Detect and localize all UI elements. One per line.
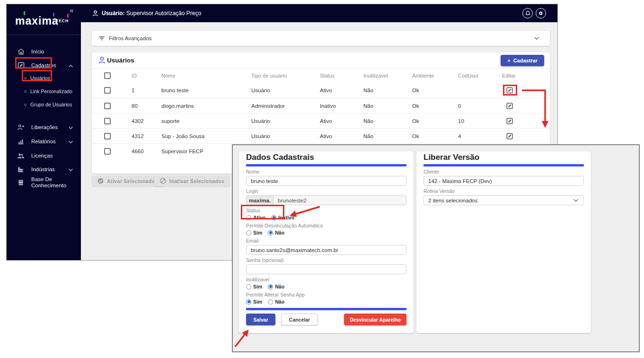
chevron-down-icon	[573, 199, 579, 202]
edit-row-icon[interactable]	[506, 103, 513, 109]
edit-row-icon[interactable]	[506, 133, 513, 140]
radio-sim[interactable]	[246, 284, 251, 289]
sidebar-item-industrias[interactable]: Indústrias	[7, 164, 81, 175]
radio-label-nao: Não	[275, 299, 284, 305]
nome-input[interactable]: bruno teste	[246, 176, 406, 186]
column-header-ambiente: Ambiente	[412, 73, 434, 79]
cell-id: 80	[132, 103, 138, 109]
radio-label-nao: Não	[275, 230, 284, 236]
inutilizavel-radio-group: SimNão	[246, 284, 406, 289]
select-all-checkbox[interactable]	[104, 72, 111, 79]
radio-ativo[interactable]	[246, 215, 251, 220]
factory-icon	[17, 166, 25, 173]
sidebar-item-label: Link Personalizado	[30, 88, 72, 94]
radio-nao[interactable]	[268, 284, 273, 289]
activate-selected-button[interactable]: Ativar Selecionados	[92, 175, 164, 186]
sidebar-item-base-de-conhecimento[interactable]: Base De Conhecimento	[7, 175, 81, 190]
cell-status: Inativo	[320, 103, 336, 109]
bell-icon[interactable]	[522, 8, 533, 18]
logo-tick-blue	[53, 13, 54, 17]
logo-tick-green	[24, 11, 25, 15]
sidebar-item-label: Grupo de Usuários	[30, 102, 72, 107]
cell-codusur: 4	[458, 133, 461, 139]
row-checkbox[interactable]	[104, 87, 111, 94]
alterar-senha-radio-group: SimNão	[246, 299, 406, 305]
radio-nao[interactable]	[268, 230, 273, 236]
sidebar-item-label: Licenças	[31, 153, 53, 159]
cell-status: Ativo	[320, 133, 332, 139]
column-header-inutilizavel: Inutilizavel	[363, 73, 388, 79]
cell-ambiente: Ok	[412, 133, 419, 139]
login-group: maxima. brunoteste2	[246, 195, 406, 205]
edit-row-icon[interactable]	[506, 87, 513, 94]
cell-tipo: Usuário	[251, 118, 270, 124]
book-icon	[17, 179, 25, 186]
radio-nao[interactable]	[268, 299, 273, 305]
sidebar-item-grupo-de-usuarios[interactable]: Grupo de Usuários	[7, 99, 81, 110]
salvar-button[interactable]: Salvar	[246, 314, 275, 325]
sidebar-item-link-personalizado[interactable]: Link Personalizado	[7, 86, 81, 96]
radio-inativo[interactable]	[271, 215, 276, 220]
cell-ambiente: Ok	[412, 87, 419, 93]
header-user-value: Supervisor Autorização Preço	[126, 10, 201, 17]
radio-sim[interactable]	[246, 299, 251, 305]
person-plus-icon	[17, 123, 25, 131]
row-checkbox[interactable]	[104, 148, 111, 155]
radio-label-ativo: Ativo	[253, 215, 265, 220]
cell-nome: diogo.martins	[161, 103, 194, 109]
radio-label-sim: Sim	[253, 284, 262, 289]
radio-sim[interactable]	[246, 230, 251, 236]
cliente-input[interactable]: 142 - Maxima FECP (Dev)	[423, 176, 584, 186]
cell-tipo: Usuário	[251, 87, 270, 93]
sidebar-item-cadastros[interactable]: Cadastros	[7, 60, 81, 71]
sidebar: « maxima TECH InícioCadastrosUsuáriosLin…	[7, 4, 81, 260]
cell-codusur: 10	[458, 118, 464, 124]
chevron-down-icon	[68, 165, 73, 174]
cell-codusur: 0	[458, 103, 461, 109]
cell-inutilizavel: Não	[363, 103, 373, 109]
gear-icon[interactable]	[536, 8, 546, 18]
sidebar-collapse-icon[interactable]: «	[70, 6, 72, 14]
chevron-down-icon[interactable]	[534, 36, 539, 40]
status-radio-group: AtivoInativo	[246, 215, 406, 220]
check-circle-icon	[97, 178, 104, 184]
modal-button-row: Salvar Cancelar Desvincular Aparelho	[246, 314, 406, 325]
cadastrar-button[interactable]: + Cadastrar	[501, 55, 544, 66]
sidebar-item-inicio[interactable]: Início	[7, 46, 81, 57]
row-checkbox[interactable]	[104, 118, 111, 124]
accent-bar	[423, 164, 584, 166]
edit-row-icon[interactable]	[506, 118, 513, 124]
sidebar-item-usuarios[interactable]: Usuários	[7, 73, 81, 83]
user-icon	[92, 10, 99, 17]
column-header-id: ID	[132, 73, 137, 79]
desvinculacao-label: Permite Desvinculação Automática	[246, 223, 406, 228]
sidebar-item-label: Liberações	[31, 124, 58, 131]
deactivate-selected-button[interactable]: Inativar Selecionados	[154, 175, 230, 186]
cell-nome: Sup - João Sousa	[161, 133, 204, 139]
people-icon	[17, 152, 25, 159]
login-label: Login	[246, 189, 406, 194]
row-checkbox[interactable]	[104, 103, 111, 109]
users-table-header: IDNomeTipo de usuárioStatusInutilizavelA…	[92, 69, 550, 83]
filters-bar[interactable]: Filtros Avançados	[92, 31, 550, 46]
login-input[interactable]: brunoteste2	[273, 195, 406, 205]
activate-selected-label: Ativar Selecionados	[107, 178, 158, 184]
radio-label-sim: Sim	[253, 299, 262, 305]
column-header-editar: Editar	[502, 73, 516, 79]
sidebar-item-licencas[interactable]: Licenças	[7, 150, 81, 161]
rotina-versao-select[interactable]: 2 itens selecionados	[423, 195, 584, 205]
row-checkbox[interactable]	[104, 133, 111, 140]
senha-input[interactable]	[246, 264, 406, 274]
sidebar-item-relatorios[interactable]: Relatórios	[7, 136, 81, 147]
chevron-down-icon	[68, 137, 73, 146]
senha-label: Senha (opcional)	[246, 258, 406, 263]
sidebar-item-liberacoes[interactable]: Liberações	[7, 122, 81, 133]
desvincular-aparelho-button[interactable]: Desvincular Aparelho	[344, 314, 406, 325]
email-input[interactable]: bruno.santo2s@maximatech.com.br	[246, 245, 406, 255]
cancelar-button[interactable]: Cancelar	[281, 314, 318, 325]
table-row: 80diogo.martinsAdministradorInativoNãoOk…	[92, 98, 550, 113]
liberar-versao-title: Liberar Versão	[423, 153, 584, 161]
chevron-down-icon	[68, 123, 73, 131]
logo-text: maxima	[15, 15, 59, 27]
cell-inutilizavel: Não	[363, 118, 373, 124]
